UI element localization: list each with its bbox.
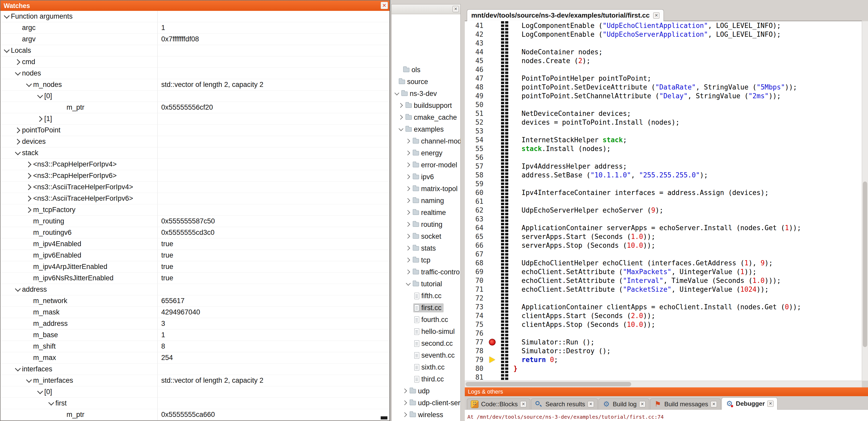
watch-row[interactable]: argv0x7fffffffdf08 (1, 34, 390, 45)
close-icon[interactable]: ✕ (381, 2, 388, 9)
tree-item-second-cc[interactable]: second.cc (392, 337, 460, 349)
watch-row[interactable]: m_ipv6NsRsJitterEnabledtrue (1, 272, 390, 284)
watch-row[interactable]: m_ipv4Enabledtrue (1, 238, 390, 250)
watch-row[interactable]: m_routing0x555555587c50 (1, 216, 390, 227)
logs-titlebar[interactable]: Logs & others (465, 387, 868, 396)
watch-row[interactable]: m_ipv4ArpJitterEnabledtrue (1, 261, 390, 272)
expand-arrow-icon[interactable] (402, 412, 409, 418)
expand-arrow-icon[interactable] (405, 186, 412, 192)
expand-arrow-icon[interactable] (405, 197, 412, 204)
expand-arrow-icon[interactable] (405, 162, 412, 168)
line-number[interactable]: 79 (465, 355, 487, 364)
line-number[interactable]: 59 (465, 180, 487, 188)
marker-margin[interactable] (487, 162, 497, 171)
line-number[interactable]: 55 (465, 144, 487, 153)
collapse-arrow-icon[interactable] (36, 388, 44, 396)
marker-margin[interactable] (487, 100, 497, 109)
tree-item-ns-3-dev[interactable]: ns-3-dev (392, 88, 460, 100)
watch-row[interactable]: m_shift8 (1, 341, 390, 352)
line-number[interactable]: 73 (465, 302, 487, 311)
marker-margin[interactable] (487, 311, 497, 320)
expand-arrow-icon[interactable] (405, 221, 412, 228)
marker-margin[interactable] (487, 355, 497, 364)
tree-item-matrix-topol[interactable]: matrix-topol (392, 183, 460, 195)
marker-margin[interactable] (487, 223, 497, 232)
tree-item-stats[interactable]: stats (392, 242, 460, 254)
close-tab-icon[interactable]: ✕ (588, 401, 594, 407)
collapse-arrow-icon[interactable] (25, 377, 33, 385)
line-number[interactable]: 54 (465, 135, 487, 144)
line-number[interactable]: 64 (465, 223, 487, 232)
marker-margin[interactable] (487, 285, 497, 294)
marker-margin[interactable] (487, 267, 497, 276)
collapse-arrow-icon[interactable] (14, 149, 22, 157)
watch-row[interactable]: m_max254 (1, 352, 390, 364)
tree-panel-titlebar[interactable]: ✕ (392, 4, 460, 14)
tree-item-sixth-cc[interactable]: sixth.cc (392, 361, 460, 373)
collapse-arrow-icon[interactable] (3, 47, 11, 55)
expand-arrow-icon[interactable] (405, 209, 412, 216)
line-number[interactable]: 60 (465, 188, 487, 197)
watch-row[interactable]: m_tcpFactory (1, 204, 390, 216)
marker-margin[interactable] (487, 188, 497, 197)
line-number[interactable]: 70 (465, 276, 487, 285)
collapse-arrow-icon[interactable] (3, 13, 11, 21)
expand-arrow-icon[interactable] (25, 172, 33, 180)
marker-margin[interactable] (487, 118, 497, 127)
tree-item-udp[interactable]: udp (392, 385, 460, 397)
expand-arrow-icon[interactable] (36, 115, 44, 123)
line-number[interactable]: 56 (465, 153, 487, 162)
line-number[interactable]: 53 (465, 127, 487, 135)
watch-row[interactable]: m_ptr0x5555555ca660 (1, 409, 390, 420)
watch-row[interactable]: <ns3::AsciiTraceHelperForIpv6> (1, 193, 390, 204)
line-number[interactable]: 41 (465, 21, 487, 30)
line-number[interactable]: 63 (465, 215, 487, 223)
marker-margin[interactable] (487, 250, 497, 259)
watch-row[interactable]: Function arguments (1, 11, 390, 22)
watch-row[interactable]: m_ptr0x55555556cf20 (1, 102, 390, 113)
line-number[interactable]: 46 (465, 65, 487, 74)
watch-row[interactable]: m_routingv60x5555555cd3c0 (1, 227, 390, 238)
watch-row[interactable]: [0] (1, 386, 390, 398)
collapse-arrow-icon[interactable] (14, 70, 22, 77)
tree-item-routing[interactable]: routing (392, 219, 460, 230)
marker-margin[interactable] (487, 144, 497, 153)
tree-item-channel-mod[interactable]: channel-mod (392, 135, 460, 147)
line-number[interactable]: 76 (465, 329, 487, 338)
collapse-arrow-icon[interactable] (394, 90, 400, 97)
tree-item-ipv6[interactable]: ipv6 (392, 171, 460, 183)
marker-margin[interactable] (487, 21, 497, 30)
watch-row[interactable]: m_address3 (1, 318, 390, 329)
marker-margin[interactable] (487, 329, 497, 338)
close-tab-icon[interactable]: ✕ (767, 400, 774, 407)
logs-tab-build-messages[interactable]: ⚑Build messages✕ (650, 398, 721, 409)
horizontal-scrollbar[interactable] (465, 381, 862, 387)
line-number[interactable]: 45 (465, 56, 487, 65)
marker-margin[interactable] (487, 109, 497, 118)
line-number[interactable]: 43 (465, 39, 487, 47)
marker-margin[interactable] (487, 135, 497, 144)
watch-row[interactable]: m_ipv6Enabledtrue (1, 250, 390, 261)
tree-item-fourth-cc[interactable]: fourth.cc (392, 314, 460, 326)
marker-margin[interactable] (487, 153, 497, 162)
close-tab-icon[interactable]: ✕ (711, 401, 717, 407)
marker-margin[interactable] (487, 56, 497, 65)
breakpoint-icon[interactable] (489, 339, 496, 346)
line-number[interactable]: 51 (465, 109, 487, 118)
collapse-arrow-icon[interactable] (36, 92, 44, 100)
collapse-arrow-icon[interactable] (405, 281, 412, 287)
marker-margin[interactable] (487, 83, 497, 92)
line-number[interactable]: 48 (465, 83, 487, 92)
line-number[interactable]: 68 (465, 259, 487, 267)
expand-arrow-icon[interactable] (14, 138, 22, 145)
tree-item-energy[interactable]: energy (392, 147, 460, 159)
tree-item-examples[interactable]: examples (392, 123, 460, 135)
close-icon[interactable]: ✕ (453, 6, 459, 12)
expand-arrow-icon[interactable] (405, 245, 412, 252)
tree-item-udp-client-ser[interactable]: udp-client-ser (392, 397, 460, 409)
marker-margin[interactable] (487, 302, 497, 311)
expand-arrow-icon[interactable] (25, 183, 33, 191)
tree-item-wireless[interactable]: wireless (392, 409, 460, 421)
watch-row[interactable]: interfaces (1, 364, 390, 375)
line-number[interactable]: 66 (465, 241, 487, 250)
